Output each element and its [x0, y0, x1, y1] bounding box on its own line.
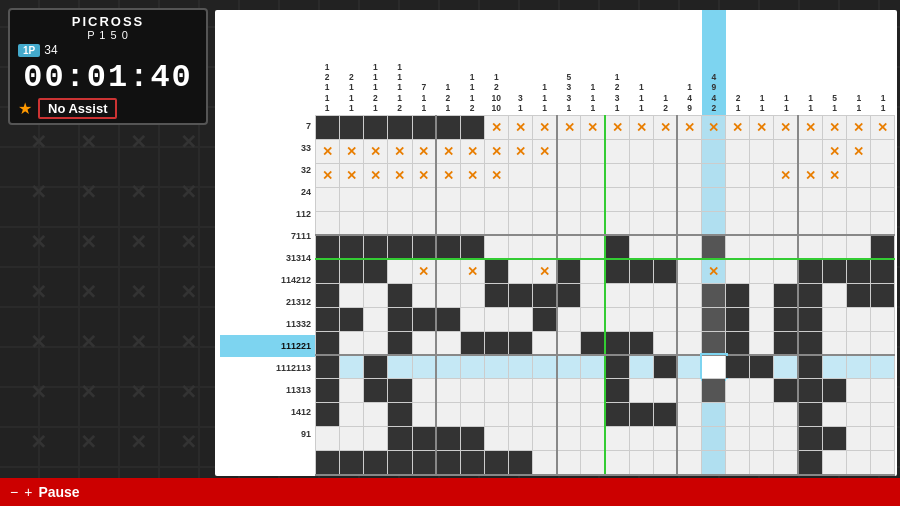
grid-cell-8-3[interactable]: [388, 307, 412, 331]
grid-cell-5-12[interactable]: [605, 235, 629, 259]
grid-cell-4-19[interactable]: [774, 211, 798, 235]
grid-cell-11-11[interactable]: [581, 379, 605, 403]
grid-cell-10-8[interactable]: [509, 355, 533, 379]
grid-cell-7-4[interactable]: [412, 283, 436, 307]
grid-cell-6-21[interactable]: [822, 259, 846, 283]
grid-cell-12-14[interactable]: [653, 403, 677, 427]
grid-cell-9-14[interactable]: [653, 331, 677, 355]
grid-cell-7-23[interactable]: [870, 283, 894, 307]
grid-cell-2-3[interactable]: ✕: [388, 163, 412, 187]
grid-cell-9-19[interactable]: [774, 331, 798, 355]
grid-cell-3-2[interactable]: [364, 187, 388, 211]
grid-cell-5-11[interactable]: [581, 235, 605, 259]
grid-cell-7-1[interactable]: [340, 283, 364, 307]
grid-cell-14-21[interactable]: [822, 451, 846, 475]
grid-cell-9-11[interactable]: [581, 331, 605, 355]
grid-cell-4-20[interactable]: [798, 211, 822, 235]
grid-cell-6-8[interactable]: [509, 259, 533, 283]
grid-cell-12-6[interactable]: [460, 403, 484, 427]
grid-cell-8-21[interactable]: [822, 307, 846, 331]
grid-cell-6-0[interactable]: [316, 259, 340, 283]
grid-cell-8-2[interactable]: [364, 307, 388, 331]
grid-cell-13-22[interactable]: [846, 427, 870, 451]
grid-cell-11-1[interactable]: [340, 379, 364, 403]
grid-cell-4-1[interactable]: [340, 211, 364, 235]
grid-cell-7-7[interactable]: [484, 283, 508, 307]
grid-cell-2-18[interactable]: [750, 163, 774, 187]
grid-cell-9-9[interactable]: [533, 331, 557, 355]
grid-cell-1-20[interactable]: [798, 139, 822, 163]
grid-cell-3-17[interactable]: [726, 187, 750, 211]
grid-cell-11-17[interactable]: [726, 379, 750, 403]
grid-cell-2-21[interactable]: ✕: [822, 163, 846, 187]
grid-cell-10-17[interactable]: [726, 355, 750, 379]
grid-cell-12-23[interactable]: [870, 403, 894, 427]
grid-cell-5-17[interactable]: [726, 235, 750, 259]
grid-cell-1-15[interactable]: [677, 139, 701, 163]
grid-cell-14-9[interactable]: [533, 451, 557, 475]
grid-cell-5-15[interactable]: [677, 235, 701, 259]
grid-cell-8-13[interactable]: [629, 307, 653, 331]
grid-cell-13-18[interactable]: [750, 427, 774, 451]
grid-cell-4-0[interactable]: [316, 211, 340, 235]
grid-cell-3-19[interactable]: [774, 187, 798, 211]
grid-cell-11-21[interactable]: [822, 379, 846, 403]
grid-cell-4-6[interactable]: [460, 211, 484, 235]
grid-cell-3-12[interactable]: [605, 187, 629, 211]
grid-cell-3-23[interactable]: [870, 187, 894, 211]
grid-cell-14-12[interactable]: [605, 451, 629, 475]
grid-cell-14-8[interactable]: [509, 451, 533, 475]
grid-cell-11-15[interactable]: [677, 379, 701, 403]
grid-cell-7-18[interactable]: [750, 283, 774, 307]
grid-cell-12-8[interactable]: [509, 403, 533, 427]
grid-cell-8-19[interactable]: [774, 307, 798, 331]
grid-cell-13-11[interactable]: [581, 427, 605, 451]
grid-cell-2-6[interactable]: ✕: [460, 163, 484, 187]
grid-cell-4-13[interactable]: [629, 211, 653, 235]
grid-cell-12-5[interactable]: [436, 403, 460, 427]
grid-cell-10-19[interactable]: [774, 355, 798, 379]
grid-cell-12-20[interactable]: [798, 403, 822, 427]
grid-cell-8-8[interactable]: [509, 307, 533, 331]
grid-cell-6-2[interactable]: [364, 259, 388, 283]
grid-cell-8-0[interactable]: [316, 307, 340, 331]
grid-cell-6-1[interactable]: [340, 259, 364, 283]
grid-cell-9-4[interactable]: [412, 331, 436, 355]
grid-cell-13-1[interactable]: [340, 427, 364, 451]
grid-cell-14-22[interactable]: [846, 451, 870, 475]
grid-cell-2-5[interactable]: ✕: [436, 163, 460, 187]
grid-cell-7-11[interactable]: [581, 283, 605, 307]
grid-cell-0-6[interactable]: [460, 116, 484, 140]
grid-cell-3-0[interactable]: [316, 187, 340, 211]
grid-cell-7-2[interactable]: [364, 283, 388, 307]
grid-cell-11-3[interactable]: [388, 379, 412, 403]
grid-cell-10-23[interactable]: [870, 355, 894, 379]
grid-cell-3-20[interactable]: [798, 187, 822, 211]
grid-cell-3-11[interactable]: [581, 187, 605, 211]
grid-cell-7-12[interactable]: [605, 283, 629, 307]
grid-cell-10-5[interactable]: [436, 355, 460, 379]
grid-cell-9-5[interactable]: [436, 331, 460, 355]
grid-cell-10-10[interactable]: [557, 355, 581, 379]
grid-cell-14-2[interactable]: [364, 451, 388, 475]
grid-cell-1-16[interactable]: [702, 139, 726, 163]
grid-cell-1-23[interactable]: [870, 139, 894, 163]
grid-cell-1-5[interactable]: ✕: [436, 139, 460, 163]
grid-cell-12-18[interactable]: [750, 403, 774, 427]
grid-cell-13-13[interactable]: [629, 427, 653, 451]
grid-cell-1-11[interactable]: [581, 139, 605, 163]
grid-cell-11-5[interactable]: [436, 379, 460, 403]
grid-cell-3-3[interactable]: [388, 187, 412, 211]
grid-cell-6-6[interactable]: ✕: [460, 259, 484, 283]
grid-cell-5-23[interactable]: [870, 235, 894, 259]
grid-cell-9-20[interactable]: [798, 331, 822, 355]
grid-cell-10-6[interactable]: [460, 355, 484, 379]
grid-cell-14-18[interactable]: [750, 451, 774, 475]
grid-cell-0-9[interactable]: ✕: [533, 116, 557, 140]
grid-cell-0-7[interactable]: ✕: [484, 116, 508, 140]
grid-cell-0-11[interactable]: ✕: [581, 116, 605, 140]
grid-cell-2-15[interactable]: [677, 163, 701, 187]
grid-cell-2-14[interactable]: [653, 163, 677, 187]
grid-cell-4-22[interactable]: [846, 211, 870, 235]
grid-cell-14-7[interactable]: [484, 451, 508, 475]
